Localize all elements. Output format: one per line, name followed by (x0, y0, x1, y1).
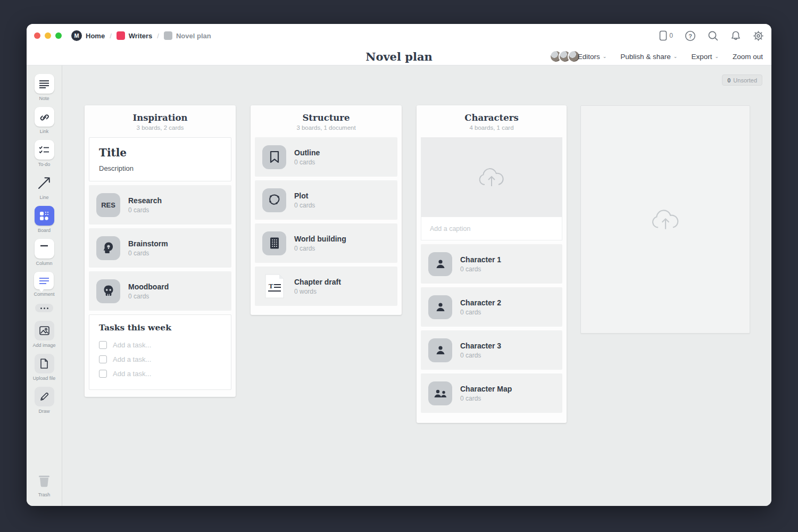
header: M Home / Writers / Novel plan 0 (27, 24, 771, 65)
board-item-plot[interactable]: Plot 0 cards (255, 180, 397, 220)
board-item-character-1[interactable]: Character 1 0 cards (421, 244, 562, 284)
minimize-window-button[interactable] (45, 32, 51, 39)
note-description: Description (99, 164, 221, 172)
checkbox[interactable] (99, 341, 107, 349)
unsorted-count: 0 (727, 77, 730, 84)
board-item-research[interactable]: RES Research 0 cards (89, 185, 231, 225)
help-icon: ? (685, 30, 696, 41)
draw-pencil-icon (39, 392, 49, 402)
breadcrumb-separator: / (110, 32, 112, 40)
breadcrumb-home-label: Home (86, 32, 105, 40)
zoom-out-button[interactable]: Zoom out (733, 53, 763, 61)
person-icon (434, 257, 447, 270)
checkbox[interactable] (99, 370, 107, 378)
search-button[interactable] (708, 30, 719, 41)
tool-trash[interactable]: Trash (35, 470, 54, 497)
toolbar-sidebar: Note Link To-do Line Board (27, 65, 62, 506)
search-icon (708, 30, 719, 41)
task-placeholder[interactable]: Add a task... (113, 355, 151, 363)
cloud-upload-icon (477, 166, 506, 188)
column-subtitle: 3 boards, 1 document (255, 124, 397, 131)
board-item-moodboard[interactable]: Moodboard 0 cards (89, 271, 231, 311)
export-menu[interactable]: Export ⌄ (691, 53, 719, 61)
app-window: M Home / Writers / Novel plan 0 (27, 24, 771, 506)
board-item-brainstorm[interactable]: Brainstorm 0 cards (89, 228, 231, 268)
close-window-button[interactable] (34, 32, 40, 39)
tool-column[interactable]: Column (35, 239, 54, 266)
board-meta: 0 cards (128, 250, 168, 257)
board-item-outline[interactable]: Outline 0 cards (255, 137, 397, 177)
tool-board-selected[interactable]: Board (35, 206, 54, 233)
bookmark-icon (269, 151, 280, 163)
export-label: Export (691, 53, 712, 61)
column-title: Structure (255, 113, 397, 123)
line-arrow-icon (37, 176, 51, 190)
breadcrumb-writers[interactable]: Writers (117, 31, 153, 40)
breadcrumb-separator: / (157, 32, 159, 40)
todo-card[interactable]: Tasks this week Add a task... Add a task… (89, 314, 231, 390)
column-title: Characters (421, 113, 562, 123)
window-controls (34, 32, 62, 39)
board-meta: 0 cards (460, 265, 501, 273)
notifications-button[interactable] (730, 30, 741, 41)
board-item-chapter-draft[interactable]: T Chapter draft 0 words (255, 267, 397, 306)
image-card[interactable]: Add a caption (421, 137, 562, 240)
tool-upload-file[interactable]: Upload file (33, 354, 56, 381)
people-icon (433, 387, 448, 400)
research-initials-badge: RES (96, 193, 120, 217)
note-card[interactable]: Title Description (89, 137, 231, 181)
publish-share-menu[interactable]: Publish & share ⌄ (620, 53, 677, 61)
tool-add-image[interactable]: Add image (32, 321, 55, 348)
chevron-down-icon: ⌄ (674, 54, 678, 59)
board-name: Plot (294, 192, 315, 200)
tool-draw[interactable]: Draw (35, 387, 54, 414)
checkbox[interactable] (99, 355, 107, 363)
plot-shape-icon (268, 193, 281, 207)
column-structure[interactable]: Structure 3 boards, 1 document Outline 0… (251, 105, 402, 315)
tool-label: Line (39, 195, 48, 200)
more-tools-button[interactable] (35, 304, 53, 312)
board-name: Character Map (460, 385, 512, 393)
tool-line[interactable]: Line (35, 173, 54, 200)
task-placeholder[interactable]: Add a task... (113, 341, 151, 349)
chevron-down-icon: ⌄ (714, 54, 719, 59)
image-drop-zone[interactable] (421, 137, 562, 217)
mobile-devices-button[interactable]: 0 (659, 30, 673, 41)
editors-menu[interactable]: Editors ⌄ (550, 50, 607, 63)
tool-comment[interactable]: Comment (34, 272, 54, 297)
board-item-character-3[interactable]: Character 3 0 cards (421, 330, 562, 370)
add-image-icon (39, 326, 49, 335)
tool-label: To-do (38, 162, 51, 167)
help-button[interactable]: ? (685, 30, 696, 41)
tool-label: Trash (38, 492, 51, 497)
note-title: Title (99, 146, 221, 159)
phone-icon (659, 30, 667, 41)
board-item-world-building[interactable]: World building 0 cards (255, 223, 397, 263)
task-placeholder[interactable]: Add a task... (113, 370, 151, 378)
caption-input[interactable]: Add a caption (421, 217, 562, 240)
board-item-character-map[interactable]: Character Map 0 cards (421, 373, 562, 413)
tool-note[interactable]: Note (35, 74, 54, 101)
breadcrumb-home[interactable]: M Home (71, 30, 105, 41)
board-name: Character 2 (460, 298, 501, 307)
board-canvas[interactable]: 0 Unsorted Inspiration 3 boards, 2 cards… (62, 65, 771, 506)
column-inspiration[interactable]: Inspiration 3 boards, 2 cards Title Desc… (85, 105, 236, 397)
device-count: 0 (669, 32, 673, 39)
breadcrumb-current[interactable]: Novel plan (164, 31, 211, 40)
maximize-window-button[interactable] (55, 32, 62, 39)
current-board-icon (164, 31, 172, 40)
column-characters[interactable]: Characters 4 boards, 1 card Add a captio… (417, 105, 567, 423)
unsorted-badge[interactable]: 0 Unsorted (722, 74, 762, 86)
trash-icon (36, 472, 52, 488)
empty-image-upload-card[interactable] (580, 105, 750, 334)
settings-button[interactable] (753, 30, 764, 41)
tool-todo[interactable]: To-do (35, 140, 54, 167)
board-name: World building (294, 235, 346, 243)
todo-task-row[interactable]: Add a task... (99, 338, 221, 352)
comment-tail (39, 289, 44, 292)
tool-link[interactable]: Link (35, 107, 54, 134)
todo-task-row[interactable]: Add a task... (99, 367, 221, 381)
board-item-character-2[interactable]: Character 2 0 cards (421, 287, 562, 327)
todo-task-row[interactable]: Add a task... (99, 352, 221, 367)
board-name: Chapter draft (294, 278, 341, 286)
